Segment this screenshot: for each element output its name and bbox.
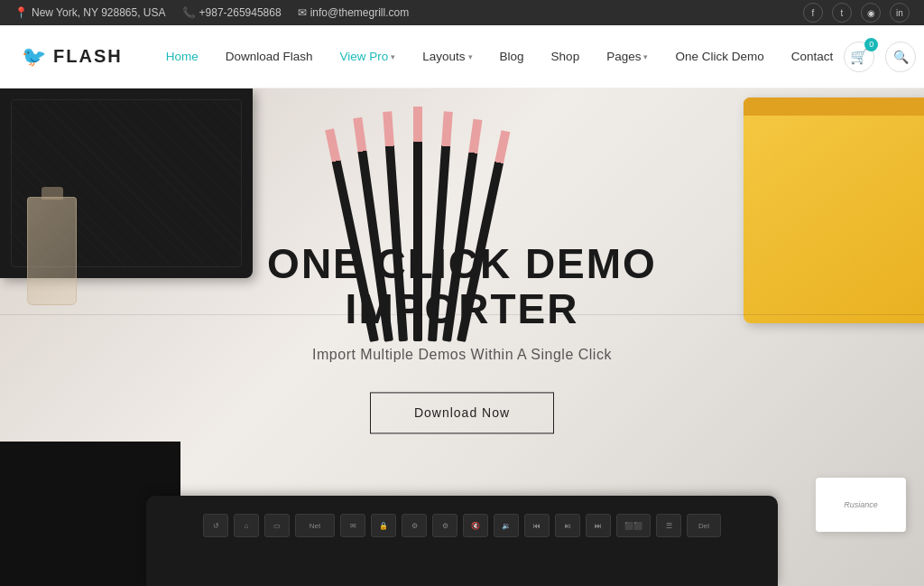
location-icon: 📍: [14, 6, 28, 19]
key-mail: ✉: [340, 514, 365, 537]
keyboard-decoration: ↺ ⌂ ▭ Net ✉ 🔒 ⚙ ⚙ 🔇 🔉 ⏮ ⏯ ⏭ ⬛⬛ ☰ Del: [146, 496, 778, 586]
cake-decoration: [744, 98, 924, 323]
cart-badge: 0: [864, 38, 878, 51]
key-lock: 🔒: [371, 514, 396, 537]
key-prev: ⏮: [524, 514, 550, 537]
search-icon: 🔍: [893, 50, 909, 64]
key-mute: 🔇: [463, 514, 488, 537]
key-menu: ☰: [656, 514, 681, 537]
phone-info: 📞 +987-265945868: [182, 6, 282, 19]
key-vol-down: 🔉: [494, 514, 519, 537]
navbar: 🐦 FLASH Home Download Flash View Pro ▾ L…: [0, 25, 924, 88]
key-play: ⏯: [555, 514, 580, 537]
download-now-button[interactable]: Download Now: [370, 392, 554, 433]
nav-one-click-demo-label: One Click Demo: [675, 50, 763, 63]
key-home: ⌂: [234, 514, 259, 537]
key-del: Del: [687, 514, 721, 537]
nav-pages-arrow-icon: ▾: [643, 52, 648, 61]
nav-item-contact[interactable]: Contact: [781, 44, 845, 69]
key-settings: ⚙: [402, 514, 427, 537]
phone-icon: 📞: [182, 6, 196, 19]
nav-view-pro-arrow-icon: ▾: [391, 52, 395, 61]
nav-item-shop[interactable]: Shop: [541, 44, 591, 69]
nav-blog-label: Blog: [500, 50, 524, 63]
nav-download-flash-label: Download Flash: [226, 50, 313, 63]
nav-pages-label: Pages: [606, 50, 641, 63]
nav-view-pro-label: View Pro: [340, 50, 389, 63]
key-back: ↺: [203, 514, 228, 537]
nav-shop-label: Shop: [551, 50, 580, 63]
nav-item-home[interactable]: Home: [155, 44, 209, 69]
card-text: Rusiance: [844, 500, 878, 509]
cart-button[interactable]: 🛒 0: [844, 42, 874, 72]
search-button[interactable]: 🔍: [885, 42, 916, 72]
key-internet: Net: [295, 514, 335, 537]
business-card-decoration: Rusiance: [816, 478, 906, 532]
instagram-icon[interactable]: ◉: [861, 3, 881, 23]
nav-item-download-flash[interactable]: Download Flash: [215, 44, 324, 69]
top-bar-contact: 📍 New York, NY 928865, USA 📞 +987-265945…: [14, 6, 409, 19]
linkedin-icon[interactable]: in: [890, 3, 910, 23]
hero-subtitle: Import Multiple Demos Within A Single Cl…: [231, 347, 693, 363]
top-bar: 📍 New York, NY 928865, USA 📞 +987-265945…: [0, 0, 924, 25]
twitter-icon[interactable]: t: [832, 3, 852, 23]
keyboard-keys: ↺ ⌂ ▭ Net ✉ 🔒 ⚙ ⚙ 🔇 🔉 ⏮ ⏯ ⏭ ⬛⬛ ☰ Del: [173, 514, 751, 537]
location-info: 📍 New York, NY 928865, USA: [14, 6, 166, 19]
nav-contact-label: Contact: [791, 50, 834, 63]
nav-item-pages[interactable]: Pages ▾: [596, 44, 659, 69]
key-settings2: ⚙: [432, 514, 457, 537]
key-window: ▭: [264, 514, 290, 537]
nav-layouts-label: Layouts: [422, 50, 465, 63]
nav-item-view-pro[interactable]: View Pro ▾: [329, 44, 407, 69]
email-text: info@themegrill.com: [310, 6, 410, 19]
facebook-icon[interactable]: f: [803, 3, 823, 23]
hero-content: ONE CLICK DEMO IMPORTER Import Multiple …: [231, 241, 693, 433]
nav-right-actions: 🛒 0 🔍: [844, 42, 916, 72]
nav-home-label: Home: [166, 50, 199, 63]
logo[interactable]: 🐦 FLASH: [22, 45, 123, 69]
nav-layouts-arrow-icon: ▾: [468, 52, 473, 61]
email-info: ✉ info@themegrill.com: [298, 6, 410, 19]
top-bar-social: f t ◉ in: [803, 3, 910, 23]
key-apps: ⬛⬛: [616, 514, 651, 537]
hero-title: ONE CLICK DEMO IMPORTER: [231, 241, 693, 332]
phone-text: +987-265945868: [199, 6, 282, 19]
location-text: New York, NY 928865, USA: [32, 6, 166, 19]
nav-links: Home Download Flash View Pro ▾ Layouts ▾…: [155, 44, 845, 69]
hero-section: ↺ ⌂ ▭ Net ✉ 🔒 ⚙ ⚙ 🔇 🔉 ⏮ ⏯ ⏭ ⬛⬛ ☰ Del Rus…: [0, 88, 924, 586]
nav-item-one-click-demo[interactable]: One Click Demo: [664, 44, 774, 69]
key-next: ⏭: [586, 514, 611, 537]
bottle-decoration: [27, 197, 77, 305]
nav-item-layouts[interactable]: Layouts ▾: [411, 44, 483, 69]
logo-bird-icon: 🐦: [22, 45, 46, 69]
logo-text: FLASH: [53, 46, 123, 67]
nav-item-blog[interactable]: Blog: [489, 44, 535, 69]
email-icon: ✉: [298, 6, 307, 19]
